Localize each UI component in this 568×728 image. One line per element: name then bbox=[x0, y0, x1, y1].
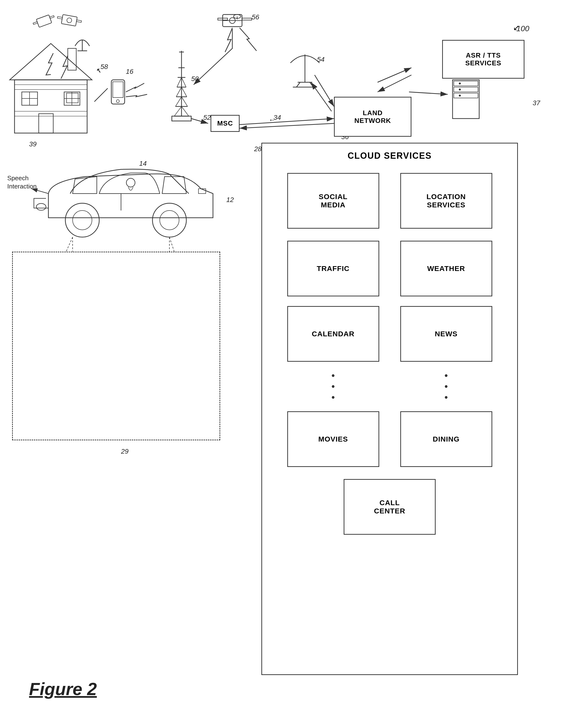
ellipsis-row: ••• ••• bbox=[262, 367, 517, 406]
svg-point-77 bbox=[459, 95, 461, 97]
svg-line-65 bbox=[378, 68, 411, 82]
ref-56: 56 bbox=[252, 13, 259, 21]
svg-rect-26 bbox=[64, 92, 80, 105]
svg-line-49 bbox=[176, 87, 182, 97]
cloud-row-2: TRAFFIC WEATHER bbox=[262, 236, 517, 301]
svg-point-16 bbox=[67, 17, 72, 23]
svg-rect-22 bbox=[39, 114, 53, 133]
svg-line-70 bbox=[240, 123, 334, 128]
svg-rect-35 bbox=[111, 80, 125, 104]
svg-point-85 bbox=[126, 178, 135, 187]
ref-14-car: 14 bbox=[139, 160, 147, 167]
speech-interaction-label: SpeechInteraction bbox=[7, 174, 37, 191]
social-media-box: SOCIAL MEDIA bbox=[287, 173, 379, 229]
asr-tts-box: ASR / TTS SERVICES bbox=[442, 40, 524, 79]
ref-52: 52 bbox=[203, 114, 211, 121]
svg-line-45 bbox=[174, 106, 182, 116]
svg-rect-23 bbox=[22, 92, 38, 105]
location-services-box: LOCATION SERVICES bbox=[400, 173, 492, 229]
svg-rect-3 bbox=[218, 18, 227, 20]
svg-point-80 bbox=[152, 203, 186, 237]
svg-rect-73 bbox=[454, 87, 478, 92]
dining-box: DINING bbox=[400, 411, 492, 467]
news-box: NEWS bbox=[400, 306, 492, 362]
svg-line-67 bbox=[409, 92, 448, 94]
svg-line-47 bbox=[175, 97, 182, 106]
svg-rect-15 bbox=[76, 20, 82, 22]
svg-rect-14 bbox=[57, 16, 62, 19]
svg-line-46 bbox=[182, 106, 189, 116]
weather-box: WEATHER bbox=[400, 241, 492, 296]
ref-54: 54 bbox=[317, 56, 325, 63]
svg-rect-2 bbox=[223, 15, 242, 27]
diagram-container: 100 ↙ 56 58 ↖ 54 24 37 50 52 34 ← 36 28 … bbox=[0, 0, 568, 728]
svg-point-8 bbox=[234, 15, 241, 18]
svg-rect-13 bbox=[61, 15, 77, 26]
svg-point-78 bbox=[65, 203, 99, 237]
svg-point-81 bbox=[160, 210, 179, 230]
cloud-row-3: CALENDAR NEWS bbox=[262, 301, 517, 367]
call-center-box: CALL CENTER bbox=[344, 479, 436, 535]
ref-50: 50 bbox=[191, 75, 199, 83]
svg-marker-21 bbox=[10, 44, 92, 80]
movies-box: MOVIES bbox=[287, 411, 379, 467]
svg-point-37 bbox=[116, 100, 119, 103]
svg-point-83 bbox=[36, 203, 46, 210]
svg-rect-84 bbox=[198, 189, 206, 194]
svg-point-79 bbox=[73, 210, 92, 230]
cloud-row-4: MOVIES DINING bbox=[262, 406, 517, 472]
outer-dashed-enclosure bbox=[12, 252, 220, 440]
svg-rect-4 bbox=[242, 18, 252, 20]
traffic-box: TRAFFIC bbox=[287, 241, 379, 296]
svg-rect-71 bbox=[453, 80, 479, 119]
svg-rect-11 bbox=[33, 22, 38, 24]
ref-37: 37 bbox=[533, 99, 540, 107]
svg-line-51 bbox=[177, 77, 182, 87]
ref-29: 29 bbox=[121, 448, 129, 455]
svg-rect-33 bbox=[68, 48, 76, 70]
svg-line-52 bbox=[182, 77, 186, 87]
ref-39: 39 bbox=[29, 140, 37, 148]
svg-rect-55 bbox=[172, 116, 191, 121]
svg-rect-20 bbox=[15, 80, 87, 133]
svg-rect-74 bbox=[454, 93, 478, 98]
cloud-row-1: SOCIAL MEDIA LOCATION SERVICES bbox=[262, 166, 517, 236]
svg-rect-12 bbox=[50, 15, 54, 18]
figure-label: Figure 2 bbox=[29, 679, 97, 699]
ref-28: 28 bbox=[254, 145, 262, 153]
land-network-box: LAND NETWORK bbox=[334, 97, 411, 137]
ref-16: 16 bbox=[126, 68, 133, 75]
svg-line-61 bbox=[310, 82, 313, 87]
svg-line-50 bbox=[182, 87, 187, 97]
msc-box: MSC bbox=[211, 115, 240, 132]
svg-line-63 bbox=[315, 75, 334, 106]
svg-rect-72 bbox=[454, 81, 478, 86]
svg-line-69 bbox=[240, 119, 334, 125]
svg-point-76 bbox=[459, 89, 461, 90]
calendar-box: CALENDAR bbox=[287, 306, 379, 362]
cloud-services-title: CLOUD SERVICES bbox=[262, 143, 517, 166]
call-center-row: CALL CENTER bbox=[262, 472, 517, 542]
svg-line-64 bbox=[311, 82, 332, 111]
svg-line-48 bbox=[182, 97, 188, 106]
ref-58: 58 bbox=[100, 63, 108, 71]
svg-rect-10 bbox=[36, 15, 52, 27]
svg-line-66 bbox=[378, 75, 411, 92]
svg-point-75 bbox=[459, 83, 461, 84]
ref-12: 12 bbox=[226, 196, 234, 204]
cloud-services-container: CLOUD SERVICES SOCIAL MEDIA LOCATION SER… bbox=[261, 143, 518, 675]
svg-line-60 bbox=[296, 82, 300, 87]
svg-rect-36 bbox=[113, 82, 123, 98]
svg-point-7 bbox=[229, 18, 235, 23]
svg-rect-34 bbox=[67, 93, 78, 103]
